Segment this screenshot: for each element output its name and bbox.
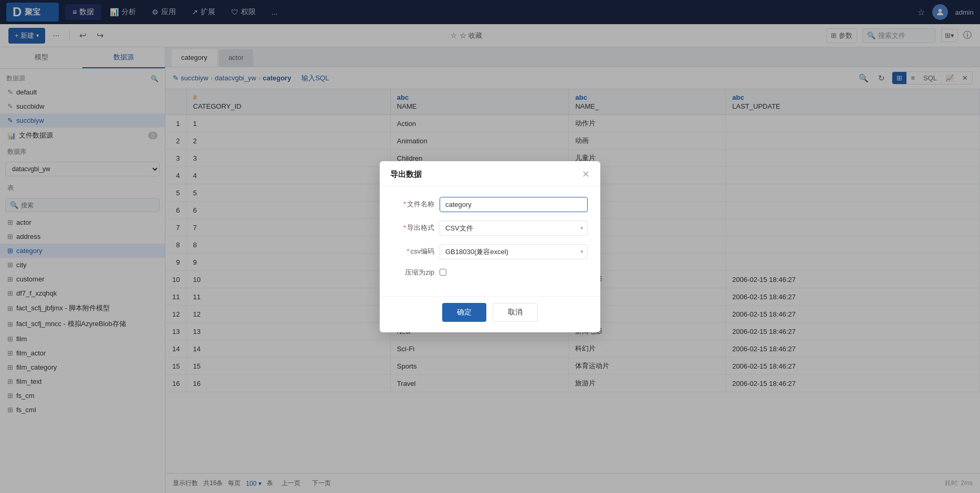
zip-row: 压缩为zip: [392, 268, 588, 277]
confirm-button[interactable]: 确定: [442, 303, 486, 322]
format-select[interactable]: CSV文件 Excel文件 JSON文件: [440, 221, 588, 236]
cancel-button[interactable]: 取消: [493, 303, 538, 322]
encoding-label: *csv编码: [392, 247, 434, 256]
filename-input[interactable]: [440, 197, 588, 212]
modal-close-button[interactable]: ✕: [582, 170, 590, 179]
export-modal: 导出数据 ✕ *文件名称 *导出格式 CSV文件 Excel文件 JSON文件: [380, 161, 600, 332]
filename-label: *文件名称: [392, 200, 434, 209]
modal-title: 导出数据: [390, 170, 422, 180]
filename-row: *文件名称: [392, 197, 588, 212]
modal-overlay[interactable]: 导出数据 ✕ *文件名称 *导出格式 CSV文件 Excel文件 JSON文件: [0, 0, 980, 493]
encoding-row: *csv编码 GB18030(兼容excel) UTF-8 ▾: [392, 244, 588, 259]
format-label: *导出格式: [392, 223, 434, 233]
format-select-wrap: CSV文件 Excel文件 JSON文件 ▾: [440, 221, 588, 236]
zip-label: 压缩为zip: [392, 268, 434, 277]
modal-body: *文件名称 *导出格式 CSV文件 Excel文件 JSON文件 ▾: [380, 186, 600, 296]
modal-header: 导出数据 ✕: [380, 161, 600, 186]
encoding-select[interactable]: GB18030(兼容excel) UTF-8: [440, 244, 588, 259]
format-row: *导出格式 CSV文件 Excel文件 JSON文件 ▾: [392, 221, 588, 236]
modal-footer: 确定 取消: [380, 296, 600, 332]
zip-checkbox[interactable]: [440, 269, 446, 276]
encoding-select-wrap: GB18030(兼容excel) UTF-8 ▾: [440, 244, 588, 259]
